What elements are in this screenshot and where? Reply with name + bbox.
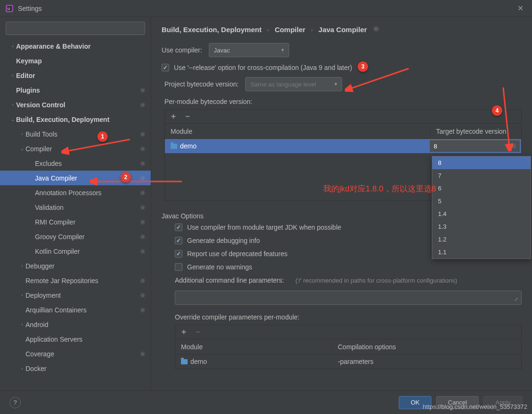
tree-item-label: Coverage: [26, 350, 139, 358]
tree-item-docker[interactable]: ›Docker: [0, 361, 151, 376]
tree-item-application-servers[interactable]: Application Servers: [0, 332, 151, 346]
tree-item-label: Application Servers: [26, 336, 146, 343]
gen-debug-checkbox[interactable]: [175, 237, 182, 244]
dropdown-option[interactable]: 7: [432, 169, 531, 182]
settings-tree: ›Appearance & BehaviorKeymap›EditorPlugi…: [0, 39, 151, 390]
tree-item-appearance-behavior[interactable]: ›Appearance & Behavior: [0, 39, 151, 53]
tree-item-remote-jar-repositories[interactable]: Remote Jar Repositories: [0, 273, 151, 288]
target-bytecode-dropdown[interactable]: 87651.41.31.21.1: [432, 156, 531, 259]
override-params-label: Override compiler parameters per-module:: [175, 313, 522, 321]
breadcrumb: Build, Execution, Deployment › Compiler …: [162, 26, 522, 34]
use-module-jdk-label: Use compiler from module target JDK when…: [187, 224, 341, 231]
svg-line-21: [350, 69, 409, 89]
override-table-toolbar: ＋ －: [175, 325, 521, 339]
module-row[interactable]: demo 8 ▼: [165, 139, 521, 153]
additional-params-input[interactable]: ⤢: [175, 291, 522, 305]
chevron-icon: ›: [9, 73, 16, 78]
no-warnings-checkbox[interactable]: [175, 263, 182, 271]
use-module-jdk-checkbox[interactable]: [175, 224, 182, 231]
breadcrumb-part[interactable]: Build, Execution, Deployment: [162, 26, 262, 34]
close-icon[interactable]: ✕: [515, 4, 526, 13]
annotation-badge-4: 4: [492, 105, 502, 116]
no-warnings-label: Generate no warnings: [187, 263, 252, 271]
watermark: https://blog.csdn.net/weixin_53573372: [423, 403, 527, 410]
svg-point-18: [375, 28, 377, 30]
dropdown-option[interactable]: 1.3: [432, 220, 531, 233]
folder-icon: [181, 359, 188, 364]
tree-item-arquillian-containers[interactable]: Arquillian Containers: [0, 302, 151, 317]
tree-item-label: Groovy Compiler: [35, 233, 139, 241]
window-title: Settings: [18, 5, 515, 12]
svg-point-9: [142, 191, 144, 193]
chevron-icon: ⌄: [19, 146, 26, 151]
additional-params-label: Additional command line parameters:: [175, 276, 284, 284]
add-override-button[interactable]: ＋: [180, 327, 188, 337]
dropdown-option[interactable]: 1.2: [432, 233, 531, 246]
chevron-icon: ›: [19, 131, 26, 137]
gear-icon: [139, 146, 146, 152]
tree-item-keymap[interactable]: Keymap: [0, 53, 151, 68]
tree-item-debugger[interactable]: ›Debugger: [0, 259, 151, 273]
tree-item-plugins[interactable]: Plugins: [0, 83, 151, 97]
tree-item-kotlin-compiler[interactable]: Kotlin Compiler: [0, 244, 151, 259]
dropdown-option[interactable]: 8: [432, 156, 531, 169]
remove-override-button[interactable]: －: [194, 327, 202, 337]
tree-item-build-execution-deployment[interactable]: ⌄Build, Execution, Deployment: [0, 112, 151, 127]
gear-icon: [139, 307, 146, 313]
annotation-arrow: [61, 137, 132, 156]
tree-item-validation[interactable]: Validation: [0, 200, 151, 215]
tree-item-coverage[interactable]: Coverage: [0, 346, 151, 361]
tree-item-rmi-compiler[interactable]: RMI Compiler: [0, 215, 151, 229]
tree-item-label: Build, Execution, Deployment: [16, 116, 146, 123]
annotation-arrow: [90, 177, 184, 186]
release-option-checkbox[interactable]: [162, 64, 169, 71]
tree-item-version-control[interactable]: ›Version Control: [0, 97, 151, 112]
footer: ? OK Cancel Apply: [0, 390, 532, 414]
gear-icon: [139, 190, 146, 196]
tree-item-label: Arquillian Containers: [26, 306, 139, 314]
project-bytecode-select[interactable]: Same as language level ▼: [245, 77, 342, 91]
tree-item-annotation-processors[interactable]: Annotation Processors: [0, 185, 151, 200]
gear-icon: [139, 87, 146, 94]
gear-icon: [139, 131, 146, 138]
tree-item-label: Docker: [26, 365, 146, 372]
gear-icon: [139, 204, 146, 211]
svg-point-6: [142, 147, 144, 149]
col-module: Module: [175, 343, 332, 351]
annotation-badge-1: 1: [97, 131, 108, 142]
compiler-select-value: Javac: [214, 47, 230, 54]
breadcrumb-part[interactable]: Compiler: [275, 26, 305, 34]
search-input[interactable]: [6, 22, 145, 35]
override-options-cell: -parameters: [332, 354, 521, 369]
svg-point-7: [142, 162, 144, 164]
help-button[interactable]: ?: [9, 397, 21, 408]
expand-icon[interactable]: ⤢: [514, 296, 518, 302]
use-compiler-label: Use compiler:: [162, 46, 202, 54]
tree-item-android[interactable]: ›Android: [0, 317, 151, 332]
compiler-select[interactable]: Javac ▼: [209, 43, 289, 57]
svg-point-4: [142, 104, 144, 105]
override-row[interactable]: demo -parameters: [175, 354, 521, 369]
report-deprecated-checkbox[interactable]: [175, 250, 182, 258]
svg-point-14: [142, 279, 144, 281]
tree-item-label: Kotlin Compiler: [35, 248, 139, 255]
chevron-icon: ⌄: [9, 117, 16, 122]
add-module-button[interactable]: ＋: [170, 112, 177, 121]
dropdown-option[interactable]: 5: [432, 195, 531, 207]
dropdown-option[interactable]: 6: [432, 182, 531, 195]
dropdown-option[interactable]: 1.4: [432, 207, 531, 220]
report-deprecated-label: Report use of deprecated features: [187, 250, 287, 258]
chevron-down-icon: ▼: [334, 82, 338, 86]
remove-module-button[interactable]: －: [184, 112, 191, 121]
tree-item-label: Debugger: [26, 262, 146, 270]
col-options: Compilation options: [332, 343, 521, 351]
dropdown-option[interactable]: 1.1: [432, 246, 531, 259]
tree-item-excludes[interactable]: Excludes: [0, 156, 151, 171]
tree-item-label: Version Control: [16, 101, 139, 109]
tree-item-label: Android: [26, 321, 146, 328]
svg-point-17: [142, 353, 144, 354]
tree-item-label: Remote Jar Repositories: [26, 277, 139, 285]
tree-item-groovy-compiler[interactable]: Groovy Compiler: [0, 229, 151, 244]
tree-item-editor[interactable]: ›Editor: [0, 68, 151, 83]
tree-item-deployment[interactable]: ›Deployment: [0, 288, 151, 302]
